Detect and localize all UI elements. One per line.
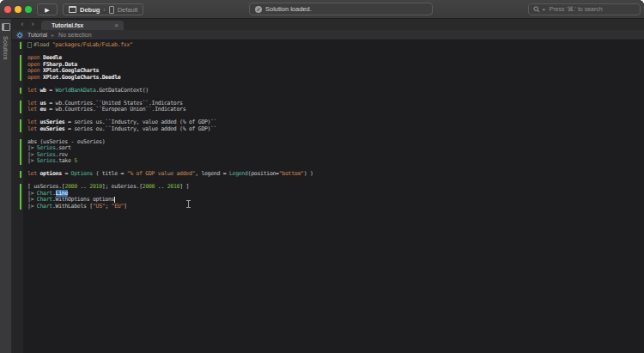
change-bar bbox=[20, 171, 22, 178]
gutter-cell bbox=[12, 191, 23, 198]
code-line[interactable] bbox=[12, 132, 644, 139]
gutter-cell bbox=[12, 62, 23, 69]
gutter-cell bbox=[12, 178, 23, 185]
gutter-cell bbox=[12, 184, 23, 191]
code-line[interactable]: #load "packages/FsLab/FsLab.fsx" bbox=[12, 42, 644, 49]
breadcrumb-item-selection[interactable]: No selection bbox=[58, 32, 92, 38]
gutter-cell bbox=[12, 165, 23, 172]
gutter-cell bbox=[12, 158, 23, 165]
gutter-cell bbox=[12, 139, 23, 146]
gutter-cell bbox=[12, 126, 23, 133]
document-gear-icon bbox=[16, 32, 23, 39]
code-line[interactable]: let eu = wb.Countries.``European Union``… bbox=[12, 107, 644, 113]
gutter-cell bbox=[12, 145, 23, 152]
gutter-cell bbox=[12, 119, 23, 126]
code-line[interactable]: open XPlot.GoogleCharts.Deedle bbox=[12, 75, 644, 82]
change-bar bbox=[20, 152, 22, 159]
device-icon bbox=[109, 6, 114, 14]
gutter-cell bbox=[12, 152, 23, 159]
status-text: Solution loaded. bbox=[265, 5, 312, 13]
gutter-cell bbox=[12, 49, 23, 56]
run-button[interactable]: ▶ bbox=[37, 3, 58, 15]
search-icon bbox=[533, 6, 540, 13]
toolbar: ▶ Debug › Default ✓ Solution loaded. ▾ P… bbox=[0, 0, 644, 19]
tab-label: Tutorial.fsx bbox=[52, 22, 107, 28]
change-bar bbox=[20, 100, 22, 107]
code-line[interactable]: open FSharp.Data bbox=[12, 62, 644, 69]
code-line[interactable]: let wb = WorldBankData.GetDataContext() bbox=[12, 88, 644, 94]
gutter-cell bbox=[12, 107, 23, 113]
window-controls bbox=[4, 6, 32, 13]
gutter-cell bbox=[12, 204, 23, 210]
gutter-cell bbox=[12, 113, 23, 120]
change-bar bbox=[20, 197, 22, 204]
change-bar bbox=[20, 184, 22, 191]
change-bar bbox=[20, 75, 22, 82]
close-window-button[interactable] bbox=[4, 6, 11, 13]
nav-back-icon[interactable]: ‹ bbox=[17, 21, 27, 28]
change-bar bbox=[20, 42, 22, 49]
code-line[interactable]: let euSeries = series eu.``Industry, val… bbox=[12, 126, 644, 133]
gutter-cell bbox=[12, 55, 23, 62]
status-bar: ✓ Solution loaded. bbox=[249, 3, 433, 15]
gutter-cell bbox=[12, 42, 23, 49]
code-line[interactable]: [ usSeries.[2000 .. 2010]; euSeries.[200… bbox=[12, 184, 644, 191]
code-line[interactable]: |> Series.rev bbox=[12, 152, 644, 159]
breadcrumb: Tutorial ▸ No selection bbox=[12, 30, 644, 40]
code-line[interactable]: let options = Options ( title = "% of GD… bbox=[12, 171, 644, 178]
status-check-icon: ✓ bbox=[255, 6, 262, 13]
mouse-ibeam-cursor bbox=[186, 200, 191, 208]
gutter-cell bbox=[12, 81, 23, 88]
minimize-window-button[interactable] bbox=[15, 6, 21, 13]
change-bar bbox=[20, 88, 22, 94]
code-line[interactable]: |> Chart.WithLabels ["US"; "EU"] bbox=[12, 204, 644, 210]
change-bar bbox=[20, 68, 22, 75]
change-bar bbox=[20, 158, 22, 165]
app-window: ▶ Debug › Default ✓ Solution loaded. ▾ P… bbox=[0, 0, 644, 353]
code-line[interactable]: abs (usSeries - euSeries) bbox=[12, 139, 644, 146]
code-editor[interactable]: #load "packages/FsLab/FsLab.fsx"open Dee… bbox=[12, 40, 644, 353]
change-bar bbox=[20, 204, 22, 210]
configuration-selector[interactable]: Debug › Default bbox=[63, 3, 143, 15]
solution-pad-icon[interactable] bbox=[2, 23, 10, 31]
change-bar bbox=[20, 139, 22, 146]
tab-bar: ‹ › Tutorial.fsx × bbox=[12, 19, 644, 30]
code-lines[interactable]: #load "packages/FsLab/FsLab.fsx"open Dee… bbox=[12, 40, 644, 210]
gutter-cell bbox=[12, 88, 23, 94]
code-line[interactable]: |> Series.take 5 bbox=[12, 158, 644, 165]
solution-pad-label[interactable]: Solution bbox=[3, 36, 9, 60]
change-bar bbox=[20, 126, 22, 133]
breadcrumb-separator-icon: ▸ bbox=[52, 32, 54, 38]
tab-tutorial[interactable]: Tutorial.fsx × bbox=[41, 21, 124, 30]
chevron-right-icon: › bbox=[103, 7, 105, 13]
gutter-cell bbox=[12, 171, 23, 178]
editor-column: ‹ › Tutorial.fsx × bbox=[12, 19, 644, 353]
main-area: Solution ‹ › Tutorial.fsx × bbox=[0, 19, 644, 353]
search-placeholder: Press '⌘.' to search bbox=[550, 6, 603, 13]
nav-forward-icon[interactable]: › bbox=[27, 21, 38, 28]
zoom-window-button[interactable] bbox=[25, 6, 32, 13]
gutter-cell bbox=[12, 75, 23, 82]
config-device-label: Default bbox=[118, 6, 138, 14]
code-line[interactable] bbox=[12, 49, 644, 56]
change-bar bbox=[20, 191, 22, 198]
code-line[interactable]: |> Series.sort bbox=[12, 145, 644, 152]
search-field[interactable]: ▾ Press '⌘.' to search bbox=[528, 3, 641, 15]
gutter-cell bbox=[12, 68, 23, 75]
gutter-cell bbox=[12, 100, 23, 107]
change-bar bbox=[20, 119, 22, 126]
code-line[interactable]: open Deedle bbox=[12, 55, 644, 62]
config-debug-label: Debug bbox=[80, 6, 100, 14]
play-icon: ▶ bbox=[45, 7, 49, 13]
gutter-cell bbox=[12, 197, 23, 204]
change-bar bbox=[20, 107, 22, 113]
debug-target-icon bbox=[69, 6, 76, 13]
change-bar bbox=[20, 145, 22, 152]
fold-marker-icon[interactable] bbox=[27, 42, 32, 48]
gutter-cell bbox=[12, 94, 23, 100]
close-icon[interactable]: × bbox=[114, 22, 118, 29]
search-scope-caret-icon: ▾ bbox=[543, 7, 545, 12]
change-bar bbox=[20, 62, 22, 69]
change-bar bbox=[20, 55, 22, 62]
breadcrumb-item-document[interactable]: Tutorial bbox=[27, 32, 47, 38]
